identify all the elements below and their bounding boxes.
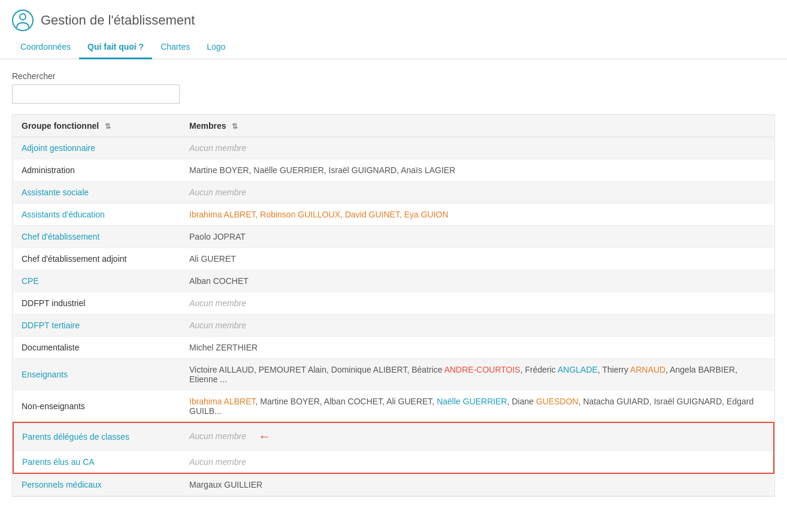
members-cell: Aucun membre	[181, 292, 774, 315]
group-link[interactable]: DDFPT tertiaire	[22, 321, 80, 330]
tab-logo[interactable]: Logo	[198, 36, 234, 59]
tab-coordonnees[interactable]: Coordonnées	[12, 36, 79, 59]
group-cell: Non-enseignants	[13, 391, 181, 423]
group-cell[interactable]: Assistante sociale	[13, 182, 181, 204]
group-cell: DDFPT industriel	[13, 292, 181, 315]
group-link[interactable]: CPE	[22, 276, 39, 286]
group-cell: Administration	[13, 159, 181, 182]
search-label: Rechercher	[12, 71, 775, 81]
tab-qui-fait-quoi[interactable]: Qui fait quoi ?	[79, 36, 152, 59]
table-row: Chef d'établissement adjointAli GUERET	[13, 248, 774, 270]
group-link[interactable]: Enseignants	[22, 370, 68, 379]
table-row: Parents élus au CAAucun membre	[13, 451, 774, 474]
group-cell: Documentaliste	[13, 337, 181, 359]
group-link[interactable]: Assistants d'éducation	[22, 210, 105, 219]
group-cell: Chef d'établissement adjoint	[13, 248, 181, 270]
red-arrow-icon: ←	[258, 429, 271, 445]
search-input[interactable]	[12, 84, 180, 104]
members-cell: Ibrahima ALBRET, Robinson GUILLOUX, Davi…	[181, 204, 774, 226]
members-cell: Paolo JOPRAT	[181, 226, 774, 248]
table-row: DDFPT industrielAucun membre	[13, 292, 774, 315]
main-content: Rechercher Groupe fonctionnel ⇅ Membres …	[0, 59, 787, 509]
members-cell: Alban COCHET	[181, 270, 774, 292]
group-link[interactable]: Chef d'établissement	[22, 232, 99, 241]
group-cell[interactable]: Assistants d'éducation	[13, 204, 181, 226]
group-link[interactable]: Adjoint gestionnaire	[22, 143, 95, 153]
table-row: Chef d'établissementPaolo JOPRAT	[13, 226, 774, 248]
groups-table-container: Groupe fonctionnel ⇅ Membres ⇅ Adjoint g…	[12, 114, 775, 497]
members-cell: Martine BOYER, Naëlle GUERRIER, Israël G…	[181, 159, 774, 182]
table-row: EnseignantsVictoire AILLAUD, PEMOURET Al…	[13, 359, 774, 391]
members-cell: Ibrahima ALBRET, Martine BOYER, Alban CO…	[181, 391, 774, 423]
members-cell: Aucun membre	[181, 315, 774, 337]
column-header-group[interactable]: Groupe fonctionnel ⇅	[13, 115, 181, 137]
tab-chartes[interactable]: Chartes	[152, 36, 198, 59]
members-cell: Aucun membre	[181, 182, 774, 204]
members-cell: Aucun membre	[181, 137, 774, 159]
building-icon	[12, 10, 34, 31]
table-row: Parents délégués de classesAucun membre←	[13, 422, 774, 451]
table-row: Non-enseignantsIbrahima ALBRET, Martine …	[13, 391, 774, 423]
group-cell[interactable]: Parents élus au CA	[13, 451, 181, 474]
members-cell: Margaux GUILLIER	[181, 473, 774, 496]
sort-icon-group: ⇅	[105, 122, 111, 131]
group-link[interactable]: Assistante sociale	[22, 188, 89, 197]
table-row: Adjoint gestionnaireAucun membre	[13, 137, 774, 159]
group-cell[interactable]: Adjoint gestionnaire	[13, 137, 181, 159]
table-row: AdministrationMartine BOYER, Naëlle GUER…	[13, 159, 774, 182]
table-row: Assistants d'éducationIbrahima ALBRET, R…	[13, 204, 774, 226]
table-row: CPEAlban COCHET	[13, 270, 774, 292]
members-cell: Ali GUERET	[181, 248, 774, 270]
app-header: Gestion de l'établissement Coordonnées Q…	[0, 0, 787, 59]
group-cell[interactable]: Chef d'établissement	[13, 226, 181, 248]
group-cell[interactable]: DDFPT tertiaire	[13, 315, 181, 337]
group-cell[interactable]: Personnels médicaux	[13, 473, 181, 496]
group-link[interactable]: Parents élus au CA	[22, 457, 95, 467]
members-cell: Victoire AILLAUD, PEMOURET Alain, Domini…	[181, 359, 774, 391]
table-header-row: Groupe fonctionnel ⇅ Membres ⇅	[13, 115, 774, 137]
group-cell[interactable]: Parents délégués de classes	[13, 422, 181, 451]
column-header-members[interactable]: Membres ⇅	[181, 115, 774, 137]
group-link[interactable]: Personnels médicaux	[22, 480, 102, 489]
page-title: Gestion de l'établissement	[41, 13, 195, 28]
members-cell: Michel ZERTHIER	[181, 337, 774, 359]
group-link[interactable]: Parents délégués de classes	[22, 432, 129, 442]
tab-navigation: Coordonnées Qui fait quoi ? Chartes Logo	[0, 36, 787, 59]
groups-table: Groupe fonctionnel ⇅ Membres ⇅ Adjoint g…	[13, 115, 774, 496]
members-cell: Aucun membre	[181, 451, 774, 474]
group-cell[interactable]: Enseignants	[13, 359, 181, 391]
table-row: DocumentalisteMichel ZERTHIER	[13, 337, 774, 359]
sort-icon-members: ⇅	[232, 122, 238, 131]
table-row: Assistante socialeAucun membre	[13, 182, 774, 204]
table-row: DDFPT tertiaireAucun membre	[13, 315, 774, 337]
members-cell: Aucun membre←	[181, 422, 774, 451]
svg-point-1	[20, 14, 26, 20]
table-row: Personnels médicauxMargaux GUILLIER	[13, 473, 774, 496]
search-section: Rechercher	[12, 71, 775, 104]
group-cell[interactable]: CPE	[13, 270, 181, 292]
